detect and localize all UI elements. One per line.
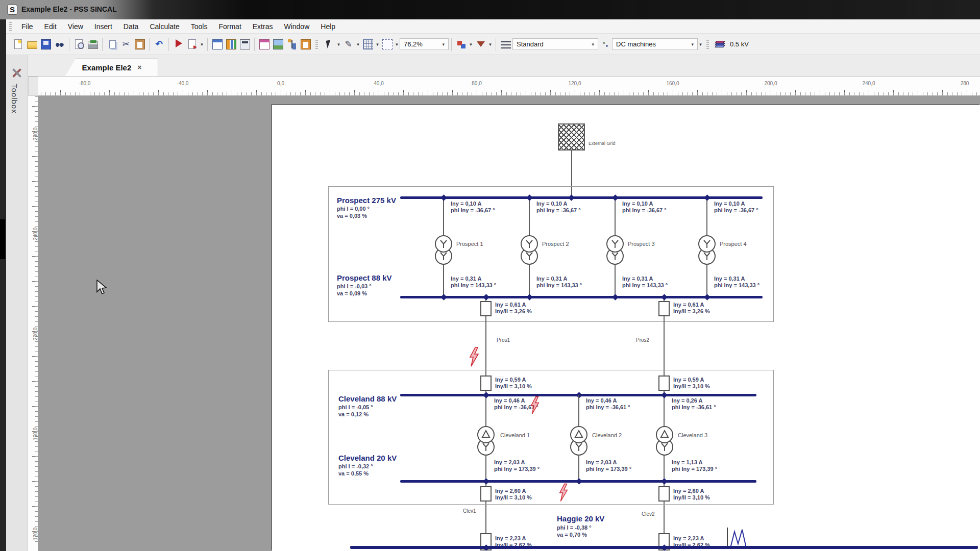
copy-button[interactable] [105, 37, 119, 51]
ruler-label: 240,0 [33, 228, 38, 240]
fuse-symbol[interactable] [658, 375, 670, 391]
print-preview-button[interactable] [72, 37, 86, 51]
open-button[interactable] [25, 37, 39, 51]
transformer-symbol[interactable] [520, 235, 539, 267]
filter-dropdown[interactable]: ▾ [487, 42, 493, 47]
menu-tools[interactable]: Tools [185, 20, 213, 33]
menu-calculate[interactable]: Calculate [144, 20, 185, 33]
fuse-iny: Iny = 0,61 A [673, 302, 704, 308]
transformer-symbol[interactable] [605, 235, 625, 267]
branch-iny: Iny = 0,46 A [494, 397, 525, 404]
element-colors-dropdown[interactable]: ▾ [468, 42, 474, 47]
toolbar-grip[interactable] [9, 22, 12, 31]
toolbar-grip[interactable] [706, 40, 709, 49]
network-tree-button[interactable] [285, 37, 299, 51]
draw-button[interactable]: ✎ [341, 37, 355, 51]
menu-edit[interactable]: Edit [39, 20, 62, 33]
new-document-icon [14, 39, 22, 49]
window-title: Example Ele2 - PSS SINCAL [21, 5, 117, 13]
menu-data[interactable]: Data [118, 20, 144, 33]
find-button[interactable] [53, 37, 66, 51]
tab-close-icon[interactable]: × [137, 63, 141, 71]
save-button[interactable] [39, 37, 53, 51]
machine-extra-dropdown[interactable]: ▾ [698, 42, 703, 47]
toolbar-grip[interactable] [315, 40, 318, 49]
fuse-symbol[interactable] [658, 486, 670, 502]
transformer-label: Cleveland 2 [592, 432, 622, 438]
fuse-iny: Iny = 0,61 A [495, 302, 526, 308]
branch-iny: Iny = 0,31 A [714, 276, 745, 282]
menu-format[interactable]: Format [213, 20, 247, 33]
tab-example-ele2[interactable]: Example Ele2 × [65, 59, 158, 76]
zoom-combo[interactable]: 76,2%▾ [400, 38, 449, 50]
chart-book-icon [226, 39, 236, 49]
fuse-symbol[interactable] [480, 375, 492, 391]
picture-button[interactable] [271, 37, 285, 51]
element-colors-button[interactable] [454, 37, 468, 51]
print-button[interactable] [86, 37, 100, 51]
transformer-symbol[interactable] [476, 425, 496, 458]
transformer-symbol[interactable] [569, 425, 589, 458]
zoom-select-button[interactable] [380, 37, 394, 51]
draw-dropdown[interactable]: ▾ [355, 42, 361, 47]
branch-iny: Iny = 0,31 A [451, 276, 481, 282]
menu-extras[interactable]: Extras [247, 20, 279, 33]
data-table-button[interactable] [210, 37, 224, 51]
window-frame-mark [0, 219, 5, 259]
machine-value: DC machines [616, 40, 656, 48]
bus-phi: phi I = -0,03 ° [337, 283, 372, 290]
menu-view[interactable]: View [62, 20, 89, 33]
report-dropdown[interactable]: ▾ [199, 42, 205, 47]
toolbar-separator [451, 38, 452, 51]
menu-insert[interactable]: Insert [89, 20, 118, 33]
run-icon [176, 39, 182, 47]
paste-button[interactable] [133, 37, 146, 51]
bus-va: va = 0,12 % [338, 411, 369, 418]
diagram-book-button[interactable] [224, 37, 238, 51]
bus-label: Prospect 88 kV [337, 273, 392, 283]
fuse-symbol[interactable] [658, 301, 670, 316]
fuse-iny: Iny = 2,60 A [495, 488, 526, 494]
grid-button[interactable] [361, 37, 375, 51]
new-button[interactable] [11, 37, 25, 51]
transformer-symbol[interactable] [697, 235, 717, 267]
style-combo[interactable]: Standard▾ [512, 38, 598, 50]
print-icon [88, 41, 98, 49]
calculator-button[interactable] [238, 37, 252, 51]
calculation-report-button[interactable] [185, 37, 199, 51]
branch-phi: phi Iny = -36,67 ° [714, 207, 758, 214]
select-dropdown[interactable]: ▾ [336, 42, 341, 47]
layers-button[interactable] [713, 37, 727, 51]
filter-button[interactable] [474, 37, 487, 51]
line-style-button[interactable] [499, 37, 512, 51]
select-cursor-button[interactable] [322, 37, 336, 51]
transformer-label: Prospect 3 [628, 241, 655, 247]
result-table-button[interactable] [257, 37, 271, 51]
line-style-icon [501, 41, 511, 48]
machine-combo[interactable]: DC machines▾ [612, 38, 698, 50]
menu-help[interactable]: Help [315, 20, 341, 33]
drawing-canvas[interactable]: External Grid Prospect 275 kV phi I = 0,… [38, 96, 980, 551]
toolbar-separator [69, 38, 69, 51]
element-marker-button[interactable] [598, 37, 612, 51]
fuse-symbol[interactable] [480, 301, 492, 316]
toolbox-panel-tab[interactable]: Toolbox [6, 55, 28, 551]
branch-phi: phi Iny = 143,33 ° [714, 282, 760, 289]
bus-va: va = 0,70 % [557, 532, 587, 538]
transformer-symbol[interactable] [655, 425, 674, 458]
zoom-select-dropdown[interactable]: ▾ [394, 42, 400, 47]
paste-special-button[interactable] [299, 37, 312, 51]
grid-dropdown[interactable]: ▾ [375, 42, 380, 47]
menu-file[interactable]: File [16, 20, 39, 33]
element-marker-icon [600, 39, 610, 49]
run-calculation-button[interactable] [172, 37, 185, 51]
picture-icon [273, 39, 283, 49]
menu-window[interactable]: Window [278, 20, 315, 33]
chevron-down-icon: ▾ [437, 42, 445, 47]
transformer-symbol[interactable] [434, 235, 453, 267]
external-grid-symbol[interactable] [558, 123, 585, 151]
undo-button[interactable]: ↶ [152, 37, 166, 51]
cut-button[interactable]: ✂ [119, 37, 133, 51]
diagram-page[interactable]: External Grid Prospect 275 kV phi I = 0,… [272, 105, 980, 551]
fuse-symbol[interactable] [480, 486, 492, 502]
